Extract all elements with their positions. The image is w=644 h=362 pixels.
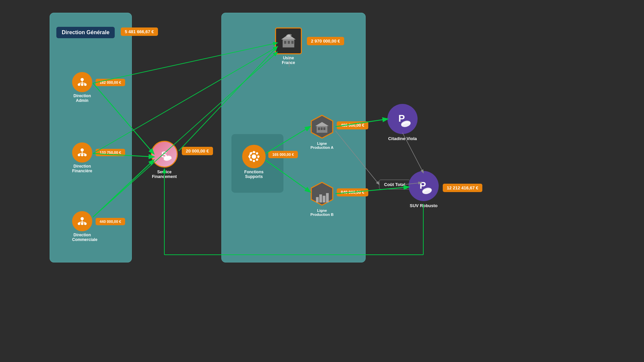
service-financement-badge: 20 000,00 € xyxy=(182,147,213,155)
svg-point-3 xyxy=(84,83,87,86)
citadine-viola-node[interactable]: P Citadine Viola xyxy=(387,104,418,141)
svg-point-38 xyxy=(256,152,258,155)
direction-generale-title: Direction Générale xyxy=(56,27,115,38)
svg-rect-47 xyxy=(316,197,319,202)
ligne-prod-a-badge: 480 000,00 € xyxy=(337,121,368,129)
citadine-viola-label: Citadine Viola xyxy=(387,136,418,141)
svg-line-12 xyxy=(79,153,82,154)
dir-fin-badge: 133 750,00 € xyxy=(96,149,125,156)
usine-france-label: UsineFrance xyxy=(275,56,302,65)
svg-point-32 xyxy=(253,151,255,154)
svg-point-16 xyxy=(81,223,84,225)
svg-point-2 xyxy=(81,83,84,86)
svg-rect-24 xyxy=(284,41,286,44)
ligne-prod-b-badge: 840 000,00 € xyxy=(337,188,368,196)
dir-admin-label: DirectionAdmin xyxy=(72,94,92,103)
svg-point-30 xyxy=(252,154,256,159)
dir-com-node[interactable]: DirectionCommerciale xyxy=(72,211,92,242)
svg-line-5 xyxy=(79,83,82,83)
svg-point-39 xyxy=(250,159,252,161)
svg-point-29 xyxy=(288,34,292,36)
svg-point-37 xyxy=(256,159,258,161)
svg-point-14 xyxy=(80,217,84,220)
dir-admin-node[interactable]: DirectionAdmin xyxy=(72,72,92,103)
ligne-prod-a-label: LigneProduction A xyxy=(309,141,335,149)
service-financement-label: ServiceFinancement xyxy=(151,170,178,179)
diagram-container: Direction Générale 5 481 666,67 € Direct… xyxy=(0,0,644,362)
suv-robusto-node[interactable]: P SUV Robusto xyxy=(409,171,439,208)
svg-rect-48 xyxy=(319,194,322,202)
suv-robusto-badge: 12 212 416,67 € xyxy=(443,184,482,192)
ligne-prod-b-node[interactable]: LigneProduction B xyxy=(309,181,335,217)
svg-line-13 xyxy=(82,153,85,154)
dir-com-label: DirectionCommerciale xyxy=(72,233,92,242)
svg-point-8 xyxy=(78,154,80,157)
svg-point-1 xyxy=(78,83,80,86)
fonctions-supports-label: FonctionsSupports xyxy=(242,170,266,179)
ligne-prod-a-node[interactable]: LigneProduction A xyxy=(309,114,335,149)
ligne-prod-b-label: LigneProduction B xyxy=(309,208,335,217)
service-financement-node[interactable]: S ServiceFinancement xyxy=(151,141,178,179)
usine-france-badge: 2 970 000,00 € xyxy=(307,37,344,45)
dir-fin-node[interactable]: DirectionFinancière xyxy=(72,142,92,173)
cout-total-box: Coût Total xyxy=(379,180,410,189)
dir-com-badge: 440 000,00 € xyxy=(96,218,125,225)
dir-fin-label: DirectionFinancière xyxy=(72,164,92,173)
suv-robusto-label: SUV Robusto xyxy=(409,203,439,208)
direction-generale-badge: 5 481 666,67 € xyxy=(121,27,158,36)
svg-point-15 xyxy=(78,223,80,225)
svg-point-0 xyxy=(80,78,84,81)
svg-point-7 xyxy=(80,148,84,152)
svg-point-36 xyxy=(250,152,252,155)
svg-point-10 xyxy=(84,154,87,157)
svg-rect-50 xyxy=(326,193,329,202)
svg-rect-45 xyxy=(323,127,325,130)
svg-point-35 xyxy=(257,156,260,158)
svg-rect-25 xyxy=(288,41,290,44)
svg-line-6 xyxy=(82,83,85,83)
fonctions-supports-node[interactable]: FonctionsSupports xyxy=(242,145,266,179)
fonctions-supports-badge: 165 000,00 € xyxy=(268,151,298,158)
svg-point-17 xyxy=(84,223,87,225)
svg-point-34 xyxy=(249,156,251,158)
svg-line-20 xyxy=(82,222,85,223)
svg-point-33 xyxy=(253,160,255,162)
usine-france-node[interactable]: UsineFrance xyxy=(275,27,302,65)
svg-rect-43 xyxy=(318,127,320,130)
svg-rect-26 xyxy=(291,41,294,44)
svg-point-9 xyxy=(81,154,84,157)
svg-rect-44 xyxy=(321,127,323,130)
svg-rect-49 xyxy=(323,196,325,202)
svg-line-19 xyxy=(79,222,82,223)
dir-admin-badge: 182 000,00 € xyxy=(96,79,125,86)
